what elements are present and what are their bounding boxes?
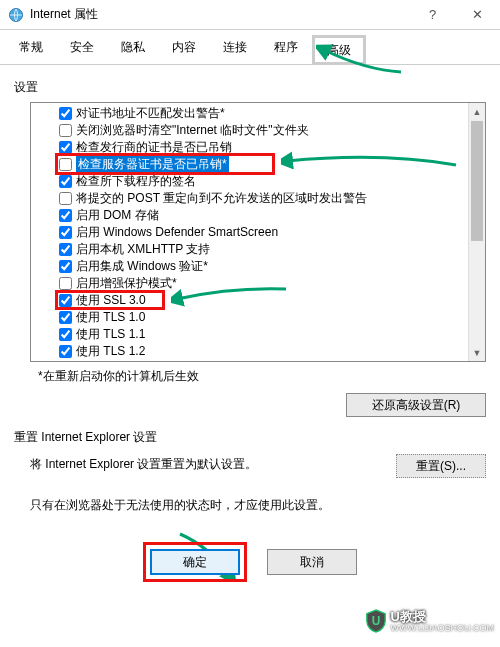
titlebar: Internet 属性 ? ✕ xyxy=(0,0,500,30)
setting-checkbox[interactable] xyxy=(59,124,72,137)
setting-checkbox[interactable] xyxy=(59,243,72,256)
setting-label: 对证书地址不匹配发出警告* xyxy=(76,105,225,122)
setting-row[interactable]: 使用 TLS 1.0 xyxy=(59,309,485,326)
settings-listbox[interactable]: 对证书地址不匹配发出警告*关闭浏览器时清空"Internet 临时文件"文件夹检… xyxy=(30,102,486,362)
setting-checkbox[interactable] xyxy=(59,107,72,120)
setting-row[interactable]: 关闭浏览器时清空"Internet 临时文件"文件夹 xyxy=(59,122,485,139)
setting-checkbox[interactable] xyxy=(59,345,72,358)
tab-general[interactable]: 常规 xyxy=(6,34,56,64)
setting-checkbox[interactable] xyxy=(59,209,72,222)
setting-row[interactable]: 启用 Windows Defender SmartScreen xyxy=(59,224,485,241)
setting-label: 使用 TLS 1.1 xyxy=(76,326,145,343)
shield-icon: U xyxy=(365,609,387,633)
setting-row[interactable]: 检查发行商的证书是否已吊销 xyxy=(59,139,485,156)
tab-advanced[interactable]: 高级 xyxy=(312,35,366,65)
reset-description: 将 Internet Explorer 设置重置为默认设置。 xyxy=(30,456,396,473)
setting-label: 使用 TLS 1.2 xyxy=(76,343,145,360)
setting-label: 启用集成 Windows 验证* xyxy=(76,258,208,275)
watermark-name: U教授 xyxy=(391,610,495,623)
tab-strip: 常规 安全 隐私 内容 连接 程序 高级 xyxy=(0,30,500,65)
setting-label: 关闭浏览器时清空"Internet 临时文件"文件夹 xyxy=(76,122,309,139)
window-title: Internet 属性 xyxy=(30,6,410,23)
tab-privacy[interactable]: 隐私 xyxy=(108,34,158,64)
internet-options-icon xyxy=(8,7,24,23)
setting-row[interactable]: 对证书地址不匹配发出警告* xyxy=(59,105,485,122)
cancel-button[interactable]: 取消 xyxy=(267,549,357,575)
setting-checkbox[interactable] xyxy=(59,141,72,154)
setting-checkbox[interactable] xyxy=(59,260,72,273)
setting-label: 启用本机 XMLHTTP 支持 xyxy=(76,241,210,258)
setting-checkbox[interactable] xyxy=(59,294,72,307)
setting-label: 启用增强保护模式* xyxy=(76,275,177,292)
setting-row[interactable]: 使用 SSL 3.0 xyxy=(59,292,485,309)
setting-label: 将提交的 POST 重定向到不允许发送的区域时发出警告 xyxy=(76,190,367,207)
help-button[interactable]: ? xyxy=(410,0,455,30)
setting-label: 启用 DOM 存储 xyxy=(76,207,159,224)
restart-note: *在重新启动你的计算机后生效 xyxy=(38,368,486,385)
close-button[interactable]: ✕ xyxy=(455,0,500,30)
setting-label: 检查发行商的证书是否已吊销 xyxy=(76,139,232,156)
setting-row[interactable]: 启用本机 XMLHTTP 支持 xyxy=(59,241,485,258)
setting-label: 启用 Windows Defender SmartScreen xyxy=(76,224,278,241)
settings-label: 设置 xyxy=(14,79,486,96)
scrollbar[interactable]: ▲ ▼ xyxy=(468,103,485,361)
setting-row[interactable]: 检查服务器证书是否已吊销* xyxy=(59,156,485,173)
reset-group-label: 重置 Internet Explorer 设置 xyxy=(14,429,486,446)
setting-row[interactable]: 使用 TLS 1.2 xyxy=(59,343,485,360)
setting-checkbox[interactable] xyxy=(59,175,72,188)
setting-row[interactable]: 使用 TLS 1.1 xyxy=(59,326,485,343)
dialog-buttons: 确定 取消 xyxy=(14,542,486,582)
annotation-box-ok: 确定 xyxy=(143,542,247,582)
setting-label: 使用 SSL 3.0 xyxy=(76,292,146,309)
setting-label: 使用 TLS 1.0 xyxy=(76,309,145,326)
setting-row[interactable]: 启用增强保护模式* xyxy=(59,275,485,292)
restore-advanced-button[interactable]: 还原高级设置(R) xyxy=(346,393,486,417)
setting-checkbox[interactable] xyxy=(59,226,72,239)
setting-row[interactable]: 启用集成 Windows 验证* xyxy=(59,258,485,275)
setting-label: 检查所下载程序的签名 xyxy=(76,173,196,190)
setting-row[interactable]: 启用 DOM 存储 xyxy=(59,207,485,224)
setting-checkbox[interactable] xyxy=(59,311,72,324)
setting-label: 检查服务器证书是否已吊销* xyxy=(76,156,229,173)
setting-checkbox[interactable] xyxy=(59,158,72,171)
setting-checkbox[interactable] xyxy=(59,192,72,205)
scroll-up-icon[interactable]: ▲ xyxy=(469,103,485,120)
tab-security[interactable]: 安全 xyxy=(57,34,107,64)
setting-row[interactable]: 检查所下载程序的签名 xyxy=(59,173,485,190)
setting-row[interactable]: 将提交的 POST 重定向到不允许发送的区域时发出警告 xyxy=(59,190,485,207)
tab-programs[interactable]: 程序 xyxy=(261,34,311,64)
tab-connections[interactable]: 连接 xyxy=(210,34,260,64)
reset-button[interactable]: 重置(S)... xyxy=(396,454,486,478)
watermark-url: WWW.UJIAOSHOU.COM xyxy=(391,623,495,633)
ok-button[interactable]: 确定 xyxy=(150,549,240,575)
watermark: U U教授 WWW.UJIAOSHOU.COM xyxy=(365,609,495,633)
setting-checkbox[interactable] xyxy=(59,277,72,290)
scroll-down-icon[interactable]: ▼ xyxy=(469,344,485,361)
svg-text:U: U xyxy=(371,614,380,628)
reset-warning: 只有在浏览器处于无法使用的状态时，才应使用此设置。 xyxy=(30,497,486,514)
setting-checkbox[interactable] xyxy=(59,328,72,341)
scroll-thumb[interactable] xyxy=(471,121,483,241)
tab-content[interactable]: 内容 xyxy=(159,34,209,64)
tab-content-panel: 设置 对证书地址不匹配发出警告*关闭浏览器时清空"Internet 临时文件"文… xyxy=(0,65,500,592)
